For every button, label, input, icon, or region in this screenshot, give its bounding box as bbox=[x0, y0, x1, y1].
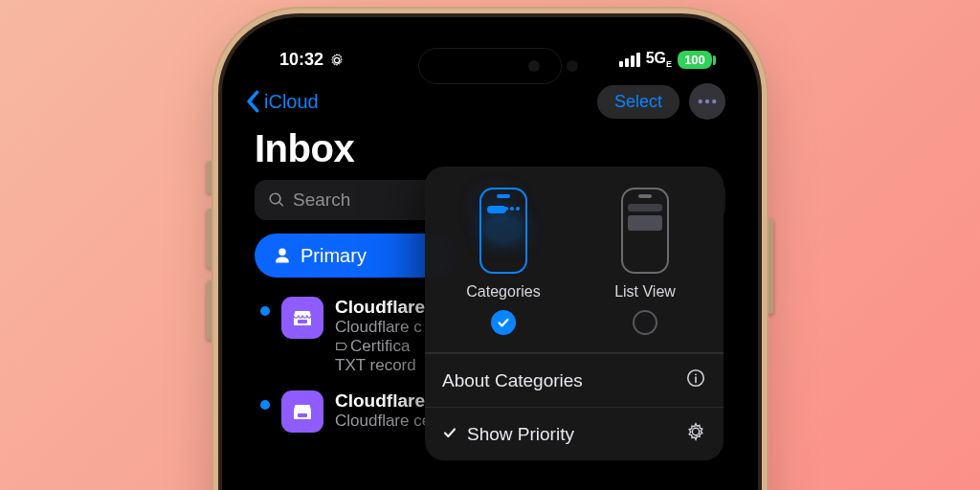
back-button[interactable]: iCloud bbox=[245, 90, 319, 113]
back-label: iCloud bbox=[264, 91, 319, 113]
unread-dot-icon bbox=[260, 400, 270, 410]
option-categories[interactable]: Categories bbox=[433, 188, 574, 335]
svg-point-1 bbox=[699, 100, 702, 103]
mail-sender: Cloudflare bbox=[335, 297, 425, 318]
unread-dot-icon bbox=[260, 306, 270, 316]
mail-preview-line: Cloudflare c bbox=[335, 318, 425, 337]
svg-point-2 bbox=[705, 100, 709, 103]
svg-point-11 bbox=[692, 428, 699, 434]
ellipsis-icon bbox=[698, 99, 717, 104]
person-icon bbox=[274, 247, 291, 264]
show-priority-row[interactable]: Show Priority bbox=[425, 407, 724, 460]
storefront-icon bbox=[291, 400, 314, 423]
svg-point-3 bbox=[712, 100, 716, 103]
nav-bar: iCloud Select bbox=[235, 78, 745, 125]
about-categories-row[interactable]: About Categories bbox=[425, 353, 724, 407]
volume-up-button[interactable] bbox=[207, 161, 212, 193]
select-button[interactable]: Select bbox=[597, 85, 679, 119]
cellular-bars-icon bbox=[619, 53, 640, 67]
battery-indicator: 100 bbox=[678, 51, 712, 69]
info-icon bbox=[685, 368, 706, 393]
listview-preview-icon bbox=[621, 188, 669, 274]
view-options-popover: Categories List View About bbox=[425, 167, 724, 460]
mail-preview-line: Certifica bbox=[335, 337, 425, 356]
action-button[interactable] bbox=[207, 280, 212, 340]
status-time: 10:32 bbox=[279, 50, 323, 70]
categories-preview-icon bbox=[479, 188, 527, 274]
more-button[interactable] bbox=[689, 83, 725, 120]
power-button[interactable] bbox=[768, 218, 773, 314]
option-listview[interactable]: List View bbox=[574, 188, 716, 335]
svg-point-0 bbox=[334, 57, 339, 62]
mail-preview-line: TXT record bbox=[335, 356, 425, 375]
tag-icon bbox=[335, 340, 348, 353]
svg-rect-5 bbox=[298, 320, 307, 323]
focus-icon bbox=[329, 53, 345, 68]
network-label: 5GE bbox=[646, 50, 672, 69]
dynamic-island bbox=[418, 48, 562, 84]
option-categories-label: Categories bbox=[466, 283, 540, 301]
svg-point-10 bbox=[695, 373, 697, 375]
radio-selected[interactable] bbox=[491, 310, 516, 335]
option-listview-label: List View bbox=[614, 283, 676, 301]
page-title: Inbox bbox=[255, 127, 725, 170]
svg-rect-7 bbox=[298, 413, 307, 417]
search-placeholder: Search bbox=[293, 189, 350, 211]
sender-app-icon bbox=[281, 390, 323, 433]
chevron-left-icon bbox=[245, 90, 262, 113]
volume-down-button[interactable] bbox=[207, 209, 212, 268]
search-icon bbox=[268, 191, 285, 209]
about-categories-label: About Categories bbox=[442, 370, 583, 391]
gear-icon bbox=[685, 421, 706, 447]
show-priority-label: Show Priority bbox=[467, 424, 574, 445]
radio-unselected[interactable] bbox=[633, 310, 657, 335]
screen: 10:32 5GE 100 iCloud Select bbox=[235, 29, 745, 490]
primary-chip-label: Primary bbox=[301, 245, 367, 267]
check-icon bbox=[497, 316, 510, 329]
checkmark-icon bbox=[442, 424, 457, 445]
storefront-icon bbox=[291, 306, 314, 329]
sender-app-icon bbox=[281, 297, 323, 339]
phone-frame: 10:32 5GE 100 iCloud Select bbox=[222, 17, 758, 490]
